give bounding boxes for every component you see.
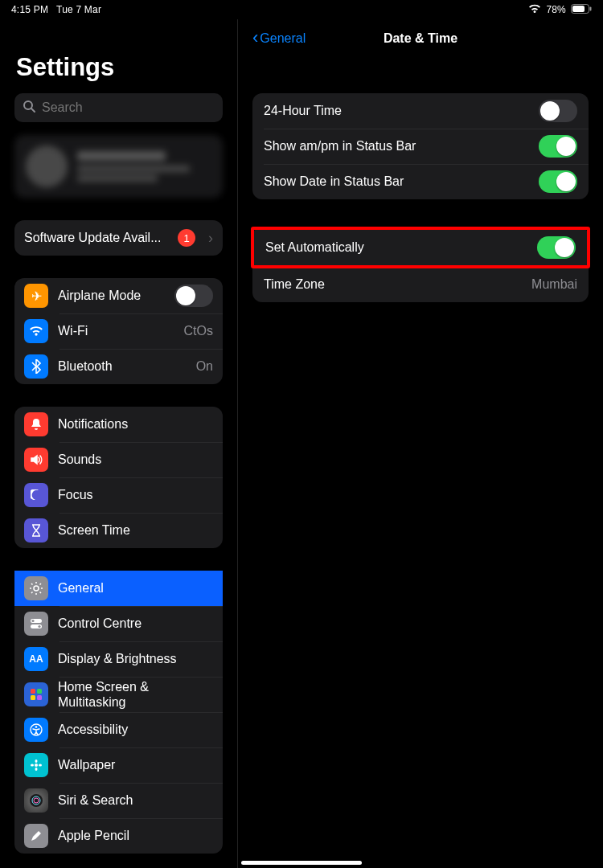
row-ampm-status-bar[interactable]: Show am/pm in Status Bar bbox=[252, 129, 589, 164]
row-label: Accessibility bbox=[58, 722, 213, 737]
row-show-date-status-bar[interactable]: Show Date in Status Bar bbox=[252, 164, 589, 199]
status-time: 4:15 PM bbox=[11, 4, 48, 15]
sidebar-item-accessibility[interactable]: Accessibility bbox=[14, 712, 223, 747]
text-size-icon: AA bbox=[24, 647, 48, 671]
back-label: General bbox=[260, 31, 306, 46]
row-label: Focus bbox=[58, 487, 213, 502]
home-indicator[interactable] bbox=[241, 861, 362, 865]
accessibility-icon bbox=[24, 718, 48, 742]
row-24-hour-time[interactable]: 24-Hour Time bbox=[252, 93, 589, 129]
sidebar-item-screentime[interactable]: Screen Time bbox=[14, 513, 223, 548]
speaker-icon bbox=[24, 448, 48, 472]
profile-card[interactable] bbox=[14, 135, 223, 198]
time-format-group: 24-Hour Time Show am/pm in Status Bar Sh… bbox=[252, 93, 589, 199]
switches-icon bbox=[24, 612, 48, 636]
row-label: Wallpaper bbox=[58, 757, 213, 772]
svg-point-19 bbox=[31, 764, 34, 767]
search-input[interactable] bbox=[14, 93, 223, 122]
svg-point-9 bbox=[38, 625, 40, 628]
sidebar-item-general[interactable]: General bbox=[14, 571, 223, 606]
svg-rect-13 bbox=[37, 695, 42, 700]
svg-rect-1 bbox=[572, 6, 585, 12]
row-label: Software Update Avail... bbox=[24, 230, 168, 245]
detail-header: ‹ General Date & Time bbox=[252, 21, 589, 56]
sidebar-item-notifications[interactable]: Notifications bbox=[14, 407, 223, 442]
row-label: Control Centre bbox=[58, 616, 213, 631]
sidebar-item-apple-pencil[interactable]: Apple Pencil bbox=[14, 818, 223, 854]
svg-point-17 bbox=[35, 760, 38, 763]
battery-percent: 78% bbox=[546, 4, 566, 15]
sidebar-item-bluetooth[interactable]: Bluetooth On bbox=[14, 349, 223, 384]
grid-icon bbox=[24, 682, 48, 706]
svg-point-8 bbox=[31, 620, 34, 622]
page-title: Settings bbox=[16, 53, 223, 82]
sidebar-item-sounds[interactable]: Sounds bbox=[14, 442, 223, 477]
wifi-icon bbox=[24, 319, 48, 343]
chevron-right-icon: › bbox=[208, 230, 213, 247]
svg-point-20 bbox=[39, 764, 42, 767]
svg-rect-11 bbox=[37, 689, 42, 694]
status-bar: 4:15 PM Tue 7 Mar 78% bbox=[0, 0, 603, 19]
row-label: Sounds bbox=[58, 452, 213, 467]
airplane-toggle[interactable] bbox=[174, 285, 213, 307]
sidebar-item-siri[interactable]: Siri & Search bbox=[14, 783, 223, 818]
row-label: Screen Time bbox=[58, 522, 213, 538]
sidebar-item-display[interactable]: AA Display & Brightness bbox=[14, 641, 223, 677]
search-icon bbox=[23, 100, 35, 116]
svg-point-5 bbox=[34, 586, 39, 591]
settings-sidebar: Settings Software Update Avail... 1 › bbox=[0, 19, 238, 868]
annotation-highlight: Set Automatically bbox=[251, 227, 590, 268]
detail-pane: ‹ General Date & Time 24-Hour Time Show … bbox=[238, 19, 603, 868]
software-update-row[interactable]: Software Update Avail... 1 › bbox=[14, 220, 223, 256]
row-time-zone[interactable]: Time Zone Mumbai bbox=[252, 267, 589, 302]
pencil-icon bbox=[24, 824, 48, 848]
sidebar-item-focus[interactable]: Focus bbox=[14, 477, 223, 513]
time-zone-group: Set Automatically Time Zone Mumbai bbox=[252, 227, 589, 302]
search-field[interactable] bbox=[42, 100, 215, 115]
row-label: Show am/pm in Status Bar bbox=[264, 139, 539, 154]
back-button[interactable]: ‹ General bbox=[252, 30, 306, 47]
ampm-toggle[interactable] bbox=[539, 135, 577, 158]
sidebar-item-wallpaper[interactable]: Wallpaper bbox=[14, 747, 223, 783]
24-hour-toggle[interactable] bbox=[539, 100, 577, 122]
hourglass-icon bbox=[24, 518, 48, 542]
sidebar-item-home-screen[interactable]: Home Screen & Multitasking bbox=[14, 677, 223, 712]
sidebar-item-airplane[interactable]: ✈︎ Airplane Mode bbox=[14, 278, 223, 313]
svg-point-21 bbox=[30, 794, 43, 807]
profile-text bbox=[77, 151, 190, 182]
show-date-toggle[interactable] bbox=[539, 170, 577, 193]
status-date: Tue 7 Mar bbox=[56, 4, 101, 15]
row-label: Home Screen & Multitasking bbox=[58, 679, 213, 710]
siri-icon bbox=[24, 788, 48, 813]
sidebar-item-wifi[interactable]: Wi-Fi CtOs bbox=[14, 313, 223, 349]
svg-rect-2 bbox=[590, 6, 592, 10]
sidebar-item-control-centre[interactable]: Control Centre bbox=[14, 606, 223, 641]
moon-icon bbox=[24, 483, 48, 507]
svg-point-18 bbox=[35, 768, 38, 771]
row-label: Time Zone bbox=[264, 277, 531, 292]
row-label: Wi-Fi bbox=[58, 323, 174, 338]
row-label: General bbox=[58, 580, 213, 596]
row-label: Display & Brightness bbox=[58, 651, 213, 666]
set-automatically-toggle[interactable] bbox=[537, 236, 576, 259]
wifi-icon bbox=[528, 4, 541, 16]
row-label: Notifications bbox=[58, 416, 213, 432]
row-label: Set Automatically bbox=[265, 240, 537, 255]
bell-icon bbox=[24, 412, 48, 436]
row-label: Apple Pencil bbox=[58, 828, 213, 843]
svg-rect-12 bbox=[31, 695, 35, 700]
svg-rect-10 bbox=[31, 689, 35, 694]
avatar bbox=[26, 145, 68, 187]
flower-icon bbox=[24, 753, 48, 777]
row-value: Mumbai bbox=[531, 277, 577, 292]
gear-icon bbox=[24, 576, 48, 600]
svg-point-16 bbox=[35, 764, 38, 767]
row-value: CtOs bbox=[184, 324, 213, 338]
update-badge: 1 bbox=[178, 229, 195, 247]
bluetooth-icon bbox=[24, 354, 48, 379]
row-set-automatically[interactable]: Set Automatically bbox=[254, 230, 587, 265]
battery-icon bbox=[571, 4, 592, 16]
row-label: 24-Hour Time bbox=[264, 104, 539, 118]
svg-line-4 bbox=[31, 108, 35, 112]
row-value: On bbox=[196, 359, 213, 374]
